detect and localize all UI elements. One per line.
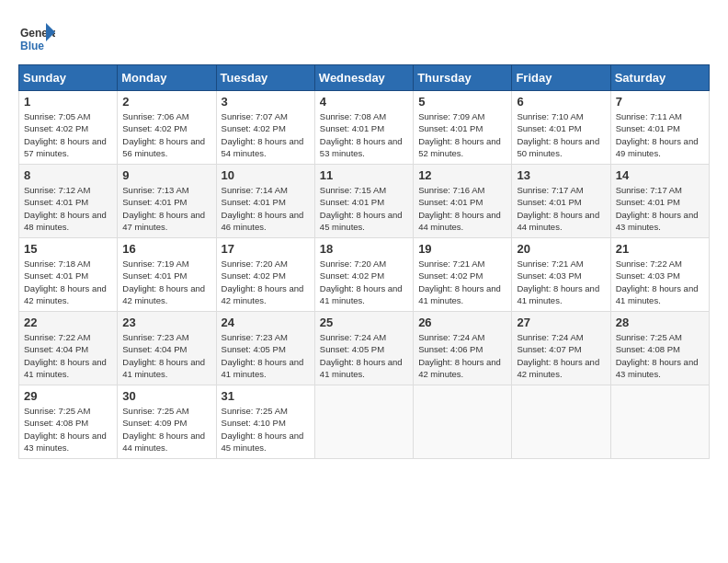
calendar-cell: 30 Sunrise: 7:25 AM Sunset: 4:09 PM Dayl… xyxy=(118,385,216,459)
calendar-cell: 21 Sunrise: 7:22 AM Sunset: 4:03 PM Dayl… xyxy=(610,238,709,312)
day-number: 6 xyxy=(517,95,605,109)
day-number: 10 xyxy=(222,168,310,182)
day-number: 7 xyxy=(616,95,704,109)
calendar-cell: 28 Sunrise: 7:25 AM Sunset: 4:08 PM Dayl… xyxy=(610,312,709,385)
weekday-header-saturday: Saturday xyxy=(610,65,709,91)
day-number: 26 xyxy=(418,316,506,329)
calendar-week-row: 22 Sunrise: 7:22 AM Sunset: 4:04 PM Dayl… xyxy=(19,312,710,385)
weekday-header-sunday: Sunday xyxy=(19,65,118,91)
day-number: 30 xyxy=(122,389,210,403)
calendar-cell: 15 Sunrise: 7:18 AM Sunset: 4:01 PM Dayl… xyxy=(19,238,118,312)
calendar-cell: 3 Sunrise: 7:07 AM Sunset: 4:02 PM Dayli… xyxy=(216,91,314,165)
day-number: 12 xyxy=(418,168,506,182)
calendar-cell: 31 Sunrise: 7:25 AM Sunset: 4:10 PM Dayl… xyxy=(216,385,314,459)
day-info: Sunrise: 7:22 AM Sunset: 4:03 PM Dayligh… xyxy=(616,258,704,306)
calendar-table: SundayMondayTuesdayWednesdayThursdayFrid… xyxy=(18,64,710,459)
weekday-header-tuesday: Tuesday xyxy=(216,65,314,91)
svg-text:Blue: Blue xyxy=(20,40,44,52)
calendar-cell: 11 Sunrise: 7:15 AM Sunset: 4:01 PM Dayl… xyxy=(314,165,413,238)
calendar-cell: 5 Sunrise: 7:09 AM Sunset: 4:01 PM Dayli… xyxy=(414,91,512,165)
day-info: Sunrise: 7:21 AM Sunset: 4:02 PM Dayligh… xyxy=(418,258,506,306)
logo-icon: General Blue xyxy=(18,18,55,55)
weekday-header-monday: Monday xyxy=(118,65,216,91)
calendar-cell: 24 Sunrise: 7:23 AM Sunset: 4:05 PM Dayl… xyxy=(216,312,314,385)
calendar-cell: 20 Sunrise: 7:21 AM Sunset: 4:03 PM Dayl… xyxy=(512,238,610,312)
day-info: Sunrise: 7:15 AM Sunset: 4:01 PM Dayligh… xyxy=(320,184,408,233)
day-number: 13 xyxy=(517,168,605,182)
day-number: 22 xyxy=(24,316,112,329)
day-info: Sunrise: 7:09 AM Sunset: 4:01 PM Dayligh… xyxy=(418,110,506,159)
page-header: General Blue xyxy=(18,18,710,55)
day-info: Sunrise: 7:12 AM Sunset: 4:01 PM Dayligh… xyxy=(24,184,112,233)
day-info: Sunrise: 7:05 AM Sunset: 4:02 PM Dayligh… xyxy=(24,110,112,159)
calendar-week-row: 8 Sunrise: 7:12 AM Sunset: 4:01 PM Dayli… xyxy=(19,165,710,238)
calendar-cell: 22 Sunrise: 7:22 AM Sunset: 4:04 PM Dayl… xyxy=(19,312,118,385)
day-info: Sunrise: 7:25 AM Sunset: 4:09 PM Dayligh… xyxy=(122,405,210,454)
day-info: Sunrise: 7:10 AM Sunset: 4:01 PM Dayligh… xyxy=(517,110,605,159)
day-number: 3 xyxy=(222,95,310,109)
day-info: Sunrise: 7:13 AM Sunset: 4:01 PM Dayligh… xyxy=(122,184,210,233)
day-info: Sunrise: 7:24 AM Sunset: 4:06 PM Dayligh… xyxy=(418,331,506,380)
day-info: Sunrise: 7:25 AM Sunset: 4:08 PM Dayligh… xyxy=(24,405,112,454)
day-number: 17 xyxy=(222,242,310,256)
day-info: Sunrise: 7:19 AM Sunset: 4:01 PM Dayligh… xyxy=(122,258,210,306)
calendar-cell xyxy=(414,385,512,459)
day-number: 8 xyxy=(24,168,112,182)
day-info: Sunrise: 7:24 AM Sunset: 4:05 PM Dayligh… xyxy=(320,331,408,380)
day-info: Sunrise: 7:17 AM Sunset: 4:01 PM Dayligh… xyxy=(616,184,704,233)
calendar-cell: 1 Sunrise: 7:05 AM Sunset: 4:02 PM Dayli… xyxy=(19,91,118,165)
day-info: Sunrise: 7:14 AM Sunset: 4:01 PM Dayligh… xyxy=(222,184,310,233)
calendar-header-row: SundayMondayTuesdayWednesdayThursdayFrid… xyxy=(19,65,710,91)
logo: General Blue xyxy=(18,18,59,55)
calendar-cell: 2 Sunrise: 7:06 AM Sunset: 4:02 PM Dayli… xyxy=(118,91,216,165)
calendar-cell: 29 Sunrise: 7:25 AM Sunset: 4:08 PM Dayl… xyxy=(19,385,118,459)
day-number: 5 xyxy=(418,95,506,109)
calendar-cell: 26 Sunrise: 7:24 AM Sunset: 4:06 PM Dayl… xyxy=(414,312,512,385)
day-info: Sunrise: 7:25 AM Sunset: 4:08 PM Dayligh… xyxy=(616,331,704,380)
day-number: 18 xyxy=(320,242,408,256)
calendar-cell: 16 Sunrise: 7:19 AM Sunset: 4:01 PM Dayl… xyxy=(118,238,216,312)
day-number: 1 xyxy=(24,95,112,109)
day-info: Sunrise: 7:16 AM Sunset: 4:01 PM Dayligh… xyxy=(418,184,506,233)
calendar-week-row: 15 Sunrise: 7:18 AM Sunset: 4:01 PM Dayl… xyxy=(19,238,710,312)
calendar-week-row: 29 Sunrise: 7:25 AM Sunset: 4:08 PM Dayl… xyxy=(19,385,710,459)
day-number: 31 xyxy=(222,389,310,403)
calendar-cell: 18 Sunrise: 7:20 AM Sunset: 4:02 PM Dayl… xyxy=(314,238,413,312)
calendar-cell: 14 Sunrise: 7:17 AM Sunset: 4:01 PM Dayl… xyxy=(610,165,709,238)
calendar-week-row: 1 Sunrise: 7:05 AM Sunset: 4:02 PM Dayli… xyxy=(19,91,710,165)
day-number: 21 xyxy=(616,242,704,256)
day-info: Sunrise: 7:17 AM Sunset: 4:01 PM Dayligh… xyxy=(517,184,605,233)
day-number: 14 xyxy=(616,168,704,182)
day-info: Sunrise: 7:07 AM Sunset: 4:02 PM Dayligh… xyxy=(222,110,310,159)
calendar-cell: 6 Sunrise: 7:10 AM Sunset: 4:01 PM Dayli… xyxy=(512,91,610,165)
day-info: Sunrise: 7:22 AM Sunset: 4:04 PM Dayligh… xyxy=(24,331,112,380)
calendar-cell: 10 Sunrise: 7:14 AM Sunset: 4:01 PM Dayl… xyxy=(216,165,314,238)
calendar-cell: 23 Sunrise: 7:23 AM Sunset: 4:04 PM Dayl… xyxy=(118,312,216,385)
day-number: 27 xyxy=(517,316,605,329)
day-number: 29 xyxy=(24,389,112,403)
day-info: Sunrise: 7:08 AM Sunset: 4:01 PM Dayligh… xyxy=(320,110,408,159)
day-info: Sunrise: 7:06 AM Sunset: 4:02 PM Dayligh… xyxy=(122,110,210,159)
calendar-cell: 19 Sunrise: 7:21 AM Sunset: 4:02 PM Dayl… xyxy=(414,238,512,312)
calendar-cell: 4 Sunrise: 7:08 AM Sunset: 4:01 PM Dayli… xyxy=(314,91,413,165)
calendar-cell: 12 Sunrise: 7:16 AM Sunset: 4:01 PM Dayl… xyxy=(414,165,512,238)
calendar-body: 1 Sunrise: 7:05 AM Sunset: 4:02 PM Dayli… xyxy=(19,91,710,459)
day-number: 2 xyxy=(122,95,210,109)
calendar-cell: 13 Sunrise: 7:17 AM Sunset: 4:01 PM Dayl… xyxy=(512,165,610,238)
calendar-cell xyxy=(610,385,709,459)
calendar-cell: 25 Sunrise: 7:24 AM Sunset: 4:05 PM Dayl… xyxy=(314,312,413,385)
day-number: 15 xyxy=(24,242,112,256)
day-number: 19 xyxy=(418,242,506,256)
calendar-cell xyxy=(512,385,610,459)
day-info: Sunrise: 7:18 AM Sunset: 4:01 PM Dayligh… xyxy=(24,258,112,306)
calendar-cell: 27 Sunrise: 7:24 AM Sunset: 4:07 PM Dayl… xyxy=(512,312,610,385)
calendar-cell: 8 Sunrise: 7:12 AM Sunset: 4:01 PM Dayli… xyxy=(19,165,118,238)
day-number: 16 xyxy=(122,242,210,256)
weekday-header-thursday: Thursday xyxy=(414,65,512,91)
day-info: Sunrise: 7:21 AM Sunset: 4:03 PM Dayligh… xyxy=(517,258,605,306)
day-info: Sunrise: 7:24 AM Sunset: 4:07 PM Dayligh… xyxy=(517,331,605,380)
day-number: 9 xyxy=(122,168,210,182)
day-info: Sunrise: 7:20 AM Sunset: 4:02 PM Dayligh… xyxy=(320,258,408,306)
day-number: 4 xyxy=(320,95,408,109)
weekday-header-friday: Friday xyxy=(512,65,610,91)
